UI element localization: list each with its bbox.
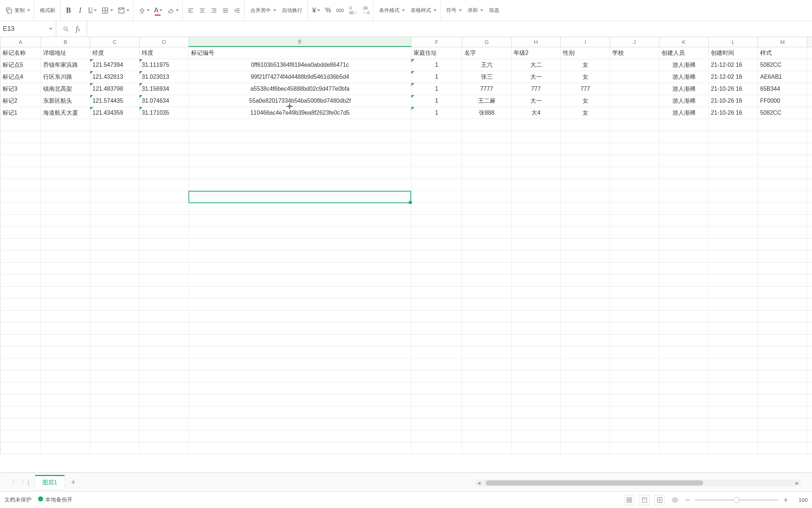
view-normal-button[interactable]: [624, 495, 634, 505]
cell[interactable]: [561, 227, 610, 238]
cell[interactable]: 1: [411, 71, 462, 83]
cell[interactable]: [90, 203, 140, 214]
font-color-button[interactable]: A: [153, 3, 164, 18]
cell[interactable]: [189, 215, 411, 226]
cell[interactable]: [0, 359, 41, 370]
cell[interactable]: [90, 406, 140, 418]
cell[interactable]: [189, 359, 411, 370]
cell[interactable]: [610, 131, 659, 143]
cell[interactable]: 777: [511, 83, 561, 95]
cell[interactable]: [140, 382, 189, 394]
cell[interactable]: [709, 239, 758, 250]
cell[interactable]: [709, 418, 758, 430]
cell[interactable]: [189, 275, 411, 286]
cell[interactable]: 1: [411, 107, 462, 119]
cell[interactable]: [758, 394, 807, 406]
cell[interactable]: 创建时间: [709, 47, 758, 59]
cell[interactable]: [709, 442, 758, 454]
cell[interactable]: [511, 167, 561, 179]
cell[interactable]: [189, 263, 411, 274]
cell[interactable]: [561, 263, 610, 274]
cell[interactable]: [140, 347, 189, 358]
cell[interactable]: 121.483798: [90, 83, 140, 95]
cell[interactable]: 样式: [758, 47, 807, 59]
cell[interactable]: [90, 382, 140, 394]
cell[interactable]: [758, 370, 807, 382]
cell[interactable]: [758, 251, 807, 262]
cell[interactable]: [140, 263, 189, 274]
cell[interactable]: [189, 394, 411, 406]
cell[interactable]: 张888: [462, 107, 511, 119]
cell[interactable]: [41, 335, 90, 346]
cell[interactable]: [411, 131, 462, 143]
cell[interactable]: [90, 131, 140, 143]
cell[interactable]: [90, 155, 140, 167]
cell[interactable]: [561, 287, 610, 298]
cell[interactable]: 标记编号: [189, 47, 411, 59]
cell[interactable]: 名字: [462, 47, 511, 59]
cell[interactable]: [41, 442, 90, 454]
cell[interactable]: 家庭住址: [411, 47, 462, 59]
cell[interactable]: [659, 335, 709, 346]
cell[interactable]: 东新区航头: [41, 95, 90, 107]
cell[interactable]: [411, 335, 462, 346]
cell[interactable]: [659, 251, 709, 262]
cell[interactable]: [561, 430, 610, 442]
align-left-button[interactable]: [186, 3, 196, 18]
col-header-B[interactable]: B: [41, 37, 90, 47]
cell[interactable]: [90, 299, 140, 310]
cell[interactable]: [709, 263, 758, 274]
cell[interactable]: [189, 143, 411, 155]
cell[interactable]: [41, 155, 90, 167]
cell[interactable]: 女: [561, 95, 610, 107]
cell[interactable]: [659, 323, 709, 334]
cell[interactable]: [511, 203, 561, 214]
sheet-tab-active[interactable]: 图层1: [35, 475, 65, 489]
cell[interactable]: [41, 203, 90, 214]
cell[interactable]: [0, 406, 41, 418]
cell[interactable]: [41, 263, 90, 274]
cell[interactable]: [41, 167, 90, 179]
cell[interactable]: [561, 203, 610, 214]
cell[interactable]: [0, 227, 41, 238]
cell[interactable]: [758, 119, 807, 131]
cell[interactable]: [189, 287, 411, 298]
cell[interactable]: 21-10-26 16: [709, 107, 758, 119]
cell[interactable]: [41, 119, 90, 131]
cell[interactable]: 标记2: [0, 95, 41, 107]
cell[interactable]: 21-10-26 16: [709, 83, 758, 95]
cell[interactable]: 31.074634: [140, 95, 189, 107]
cell[interactable]: [411, 227, 462, 238]
cell[interactable]: [411, 430, 462, 442]
cell[interactable]: [561, 179, 610, 190]
cell[interactable]: [659, 418, 709, 430]
cell[interactable]: [411, 167, 462, 179]
cell[interactable]: 121.434359: [90, 107, 140, 119]
cell[interactable]: [411, 239, 462, 250]
cell[interactable]: [0, 275, 41, 286]
cell[interactable]: [659, 215, 709, 226]
cell[interactable]: FF0000: [758, 95, 807, 107]
cell[interactable]: [511, 143, 561, 155]
cell[interactable]: [610, 191, 659, 202]
cell[interactable]: [90, 167, 140, 179]
cell[interactable]: [462, 203, 511, 214]
cell[interactable]: [758, 143, 807, 155]
cell[interactable]: [758, 239, 807, 250]
cell[interactable]: [659, 275, 709, 286]
cell[interactable]: [140, 442, 189, 454]
cell[interactable]: [511, 394, 561, 406]
cell[interactable]: [0, 131, 41, 143]
cell[interactable]: [709, 287, 758, 298]
cell[interactable]: [610, 347, 659, 358]
cell[interactable]: [90, 370, 140, 382]
cell[interactable]: 大二: [511, 59, 561, 71]
cell[interactable]: 女: [561, 107, 610, 119]
cell[interactable]: [41, 418, 90, 430]
cell[interactable]: [659, 287, 709, 298]
cell[interactable]: [561, 323, 610, 334]
scroll-right-icon[interactable]: ▶: [793, 481, 801, 486]
cell[interactable]: [758, 359, 807, 370]
cell[interactable]: [0, 167, 41, 179]
cell[interactable]: [41, 406, 90, 418]
